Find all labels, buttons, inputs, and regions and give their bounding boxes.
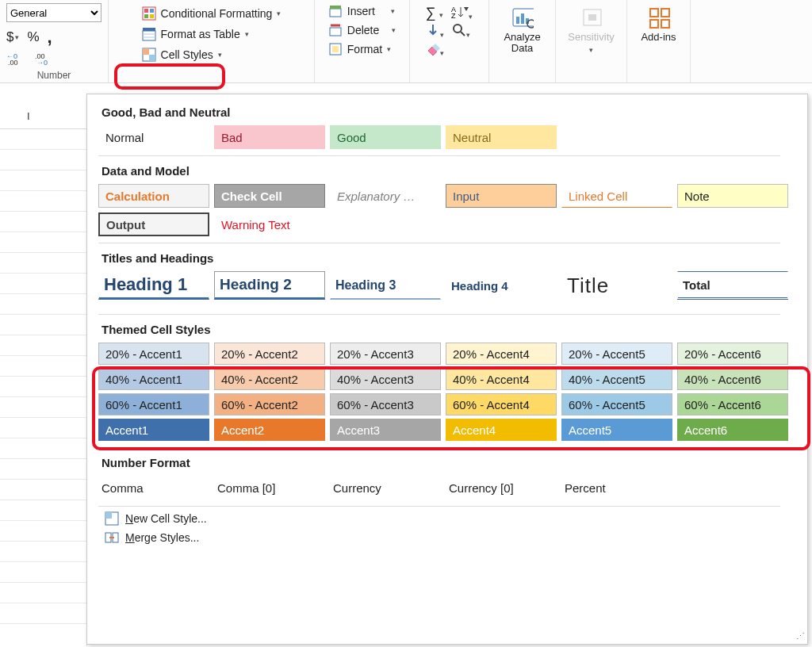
group-number: General $▾ % , ←0.00 .00→0 Number (0, 0, 109, 82)
style-comma0[interactable]: Comma [0] (214, 476, 325, 500)
style-40-accent3[interactable]: 40% - Accent3 (330, 368, 441, 390)
svg-rect-27 (516, 17, 519, 24)
svg-rect-8 (150, 14, 154, 18)
style-40-accent2[interactable]: 40% - Accent2 (214, 368, 325, 390)
svg-rect-35 (661, 9, 669, 17)
style-20-accent4[interactable]: 20% - Accent4 (446, 343, 557, 365)
addins-button[interactable]: Add-ins (627, 0, 691, 82)
style-normal[interactable]: Normal (98, 125, 209, 149)
style-60-accent2[interactable]: 60% - Accent2 (214, 393, 325, 415)
style-heading3[interactable]: Heading 3 (330, 271, 441, 300)
style-note[interactable]: Note (677, 184, 788, 208)
style-total[interactable]: Total (677, 271, 788, 300)
resize-grip-icon[interactable]: ⋰ (796, 631, 805, 641)
new-cell-style-button[interactable]: New Cell Style... (105, 511, 780, 526)
cell-styles-button[interactable]: Cell Styles▾ (139, 46, 285, 63)
svg-rect-14 (143, 48, 149, 55)
insert-icon (328, 4, 343, 18)
analyze-data-button[interactable]: Analyze Data (489, 0, 556, 82)
merge-styles-button[interactable]: Merge Styles... (105, 530, 780, 545)
style-warning-text[interactable]: Warning Text (214, 212, 325, 236)
comma-button[interactable]: , (48, 27, 52, 48)
style-accent3[interactable]: Accent3 (330, 419, 441, 441)
style-accent4[interactable]: Accent4 (446, 419, 557, 441)
style-percent[interactable]: Percent (561, 476, 672, 500)
svg-rect-6 (150, 9, 154, 13)
svg-text:→0: →0 (36, 59, 48, 65)
style-bad[interactable]: Bad (214, 125, 325, 149)
svg-rect-34 (650, 9, 658, 17)
style-accent6[interactable]: Accent6 (677, 419, 788, 441)
group-editing: ∑ ▾ AZ▾ ▾ ▾ ▾ (410, 0, 489, 82)
format-as-table-icon (142, 27, 156, 41)
style-heading1[interactable]: Heading 1 (98, 271, 209, 300)
style-currency0[interactable]: Currency [0] (446, 476, 557, 500)
percent-button[interactable]: % (27, 29, 39, 45)
worksheet-area[interactable]: I (0, 107, 87, 646)
style-explanatory[interactable]: Explanatory … (330, 184, 441, 208)
increase-decimal-button[interactable]: ←0.00 (6, 52, 25, 65)
clear-button[interactable]: ▾ (426, 41, 444, 58)
section-number-format: Number Format (98, 451, 807, 476)
style-20-accent3[interactable]: 20% - Accent3 (330, 343, 441, 365)
svg-rect-16 (330, 9, 341, 17)
style-heading4[interactable]: Heading 4 (446, 271, 557, 300)
style-title[interactable]: Title (561, 271, 672, 300)
fill-button[interactable]: ▾ (426, 23, 444, 40)
section-data-model: Data and Model (98, 159, 807, 184)
svg-rect-36 (650, 20, 658, 28)
style-60-accent1[interactable]: 60% - Accent1 (98, 393, 209, 415)
decrease-decimal-button[interactable]: .00→0 (35, 52, 54, 65)
style-40-accent5[interactable]: 40% - Accent5 (561, 368, 672, 390)
style-40-accent4[interactable]: 40% - Accent4 (446, 368, 557, 390)
number-format-select[interactable]: General (6, 3, 102, 22)
style-60-accent4[interactable]: 60% - Accent4 (446, 393, 557, 415)
sensitivity-icon (580, 6, 603, 29)
sum-button[interactable]: ∑ ▾ (426, 5, 444, 21)
style-accent5[interactable]: Accent5 (561, 419, 672, 441)
style-40-accent1[interactable]: 40% - Accent1 (98, 368, 209, 390)
style-60-accent3[interactable]: 60% - Accent3 (330, 393, 441, 415)
analyze-data-icon (511, 6, 534, 29)
svg-text:.00: .00 (8, 59, 18, 65)
group-cells: Insert ▾ Delete ▾ Format▾ (315, 0, 410, 82)
style-heading2[interactable]: Heading 2 (214, 271, 325, 300)
format-button[interactable]: Format▾ (325, 41, 399, 57)
column-header[interactable]: I (0, 107, 86, 129)
style-60-accent6[interactable]: 60% - Accent6 (677, 393, 788, 415)
new-cell-style-icon (105, 511, 119, 526)
format-as-table-button[interactable]: Format as Table▾ (139, 25, 285, 43)
style-currency[interactable]: Currency (330, 476, 441, 500)
currency-button[interactable]: $▾ (6, 29, 19, 45)
delete-button[interactable]: Delete ▾ (325, 22, 399, 38)
style-good[interactable]: Good (330, 125, 441, 149)
sort-filter-button[interactable]: AZ▾ (451, 5, 473, 21)
style-accent2[interactable]: Accent2 (214, 419, 325, 441)
style-comma[interactable]: Comma (98, 476, 209, 500)
style-neutral[interactable]: Neutral (446, 125, 557, 149)
style-20-accent5[interactable]: 20% - Accent5 (561, 343, 672, 365)
style-linked-cell[interactable]: Linked Cell (561, 184, 672, 208)
style-output[interactable]: Output (98, 212, 209, 236)
svg-rect-37 (661, 20, 669, 28)
conditional-formatting-button[interactable]: Conditional Formatting▾ (139, 5, 285, 22)
style-calculation[interactable]: Calculation (98, 184, 209, 208)
style-20-accent2[interactable]: 20% - Accent2 (214, 343, 325, 365)
svg-rect-18 (330, 28, 341, 36)
section-good-bad-neutral: Good, Bad and Neutral (98, 101, 807, 125)
style-accent1[interactable]: Accent1 (98, 419, 209, 441)
svg-rect-10 (143, 31, 155, 40)
style-input[interactable]: Input (446, 184, 557, 208)
conditional-formatting-icon (142, 6, 156, 21)
style-20-accent6[interactable]: 20% - Accent6 (677, 343, 788, 365)
style-20-accent1[interactable]: 20% - Accent1 (98, 343, 209, 365)
style-40-accent6[interactable]: 40% - Accent6 (677, 368, 788, 390)
style-60-accent5[interactable]: 60% - Accent5 (561, 393, 672, 415)
svg-rect-33 (588, 14, 596, 21)
find-button[interactable]: ▾ (452, 23, 470, 40)
style-check-cell[interactable]: Check Cell (214, 184, 325, 208)
svg-rect-39 (105, 512, 112, 519)
delete-icon (328, 23, 343, 37)
insert-button[interactable]: Insert ▾ (325, 3, 399, 19)
svg-rect-5 (144, 9, 148, 13)
